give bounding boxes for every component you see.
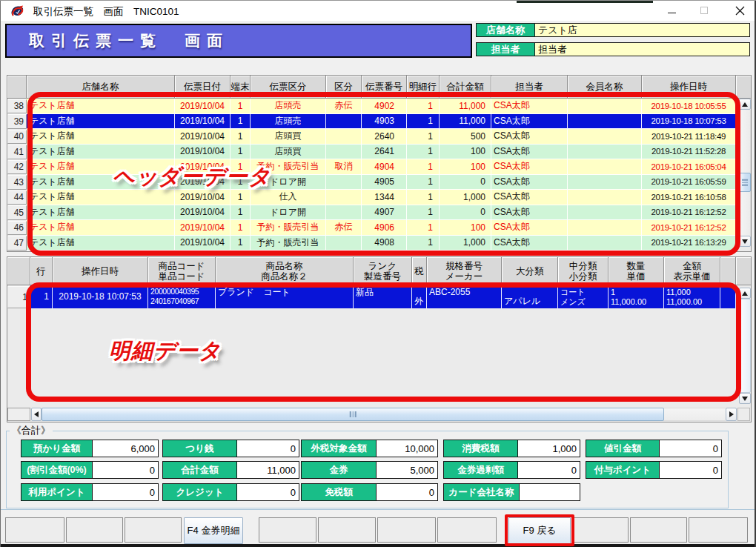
header-grid-row[interactable]: 40 テスト店舗 2019/10/04 1 店頭買 2640 1 500 CSA… — [7, 129, 736, 145]
function-key-slot[interactable] — [125, 517, 182, 543]
column-header-operation-datetime[interactable]: 操作日時 — [642, 76, 736, 99]
cell-staff[interactable]: CSA太郎 — [491, 236, 568, 251]
close-button[interactable] — [727, 1, 752, 20]
column-header-slip-date[interactable]: 伝票日付 — [175, 76, 231, 99]
detail-grid-scroll-right-button[interactable] — [726, 408, 737, 421]
column-header-staff[interactable]: 担当者 — [491, 76, 568, 99]
column-header-quantity[interactable]: 数量 単価 — [609, 257, 664, 285]
column-header-amount[interactable]: 金額 表示単価 — [664, 257, 720, 285]
cell-staff[interactable]: CSA太郎 — [491, 175, 568, 190]
column-header-total-amount[interactable]: 合計金額 — [440, 76, 491, 99]
cell-amount-display-price[interactable]: 11,000 11,000.00 — [664, 285, 720, 308]
header-grid-scroll-down-button[interactable] — [739, 236, 751, 247]
header-grid-row[interactable]: 41 テスト店舗 2019/10/04 1 店頭買 2641 1 100 CSA… — [7, 145, 736, 160]
cell-category[interactable] — [326, 190, 362, 205]
column-header-mid-category[interactable]: 中分類 小分類 — [558, 257, 609, 285]
cell-operation-datetime[interactable]: 2019-10-18 10:07:53 — [642, 114, 736, 130]
row-number[interactable]: 1 — [7, 286, 30, 308]
cell-operation-datetime[interactable]: 2019-10-21 11:52:28 — [642, 145, 736, 160]
cell-mid-small-category[interactable]: コート メンズ — [558, 285, 609, 308]
cell-total-amount[interactable]: 100 — [440, 220, 491, 236]
cell-category[interactable] — [326, 175, 362, 190]
function-key-slot[interactable] — [573, 517, 629, 543]
cell-total-amount[interactable]: 100 — [440, 159, 491, 175]
cell-terminal[interactable]: 1 — [231, 99, 251, 114]
column-header-store-name[interactable]: 店舗名称 — [27, 76, 175, 99]
cell-store-name[interactable]: テスト店舗 — [27, 145, 175, 160]
cell-slip-number[interactable]: 4907 — [362, 205, 407, 221]
cell-terminal[interactable]: 1 — [231, 175, 251, 190]
cell-staff[interactable]: CSA太郎 — [491, 129, 568, 145]
function-key-slot[interactable] — [630, 517, 687, 543]
cell-store-name[interactable]: テスト店舗 — [27, 190, 175, 205]
totals-field-value[interactable]: 0 — [518, 461, 580, 479]
totals-field-value[interactable]: 6,000 — [93, 440, 159, 457]
cell-staff[interactable]: CSA太郎 — [491, 190, 568, 205]
cell-terminal[interactable]: 1 — [231, 190, 251, 205]
row-number[interactable]: 40 — [7, 130, 27, 145]
cell-slip-type[interactable]: 店頭買 — [251, 145, 326, 160]
function-key-slot[interactable] — [259, 517, 316, 543]
cell-operation-datetime[interactable]: 2019-10-21 16:13:29 — [642, 236, 736, 251]
cell-category[interactable]: 赤伝 — [326, 99, 362, 114]
cell-total-amount[interactable]: 11,000 — [440, 114, 491, 130]
column-header-line[interactable]: 行 — [30, 257, 53, 285]
header-grid-row[interactable]: 39 テスト店舗 2019/10/04 1 店頭売 4903 1 11,000 … — [7, 114, 736, 130]
cell-product-name[interactable]: ブランド コート — [216, 285, 354, 308]
cell-detail-lines[interactable]: 1 — [407, 175, 440, 190]
cell-slip-number[interactable]: 4904 — [362, 159, 407, 175]
cell-slip-date[interactable]: 2019/10/04 — [175, 114, 231, 130]
cell-detail-lines[interactable]: 1 — [407, 129, 440, 145]
detail-grid-scroll-left-button[interactable] — [31, 408, 42, 421]
cell-slip-date[interactable]: 2019/10/04 — [175, 159, 231, 175]
minimize-button[interactable] — [659, 1, 684, 20]
detail-grid-scroll-up-button[interactable] — [739, 288, 751, 299]
header-grid-scroll-up-button[interactable] — [739, 99, 751, 110]
column-header-member-name[interactable]: 会員名称 — [568, 76, 642, 99]
header-grid-row[interactable]: 43 テスト店舗 2019/10/04 1 ドロア開 4905 1 0 CSA太… — [7, 175, 736, 190]
cell-category[interactable]: 赤伝 — [326, 220, 362, 236]
cell-operation-datetime[interactable]: 2019-10-18 10:05:55 — [642, 99, 736, 114]
cell-slip-number[interactable]: 4908 — [362, 236, 407, 251]
row-number[interactable]: 43 — [7, 175, 27, 190]
cell-member-name[interactable] — [568, 145, 642, 160]
header-grid-scroll-thumb[interactable] — [739, 173, 751, 192]
cell-category[interactable]: 取消 — [326, 159, 362, 175]
header-grid-row[interactable]: 45 テスト店舗 2019/10/04 1 ドロア開 4907 1 0 CSA太… — [7, 205, 736, 221]
function-key-slot[interactable] — [318, 517, 376, 543]
cell-slip-type[interactable]: 予約・販売引当 — [251, 159, 326, 175]
totals-field-value[interactable]: 0 — [237, 440, 299, 457]
row-number[interactable]: 39 — [7, 114, 27, 129]
cell-member-name[interactable] — [568, 236, 642, 251]
cell-operation-datetime[interactable]: 2019-10-21 16:05:04 — [642, 159, 736, 175]
cell-terminal[interactable]: 1 — [231, 145, 251, 160]
cell-member-name[interactable] — [568, 220, 642, 236]
function-key-slot[interactable] — [689, 517, 748, 543]
cell-slip-type[interactable]: ドロア開 — [251, 205, 326, 221]
detail-grid-hscroll-thumb[interactable] — [42, 408, 664, 421]
column-header-slip-number[interactable]: 伝票番号 — [362, 76, 407, 99]
cell-category[interactable] — [326, 236, 362, 251]
cell-total-amount[interactable]: 0 — [440, 205, 491, 221]
cell-staff[interactable]: CSA太郎 — [491, 99, 568, 114]
totals-field-value[interactable]: 0 — [237, 483, 299, 501]
row-number[interactable]: 46 — [7, 221, 27, 236]
cell-store-name[interactable]: テスト店舗 — [27, 175, 175, 190]
cell-slip-type[interactable]: ドロア開 — [251, 175, 326, 190]
cell-slip-type[interactable]: 店頭買 — [251, 129, 326, 145]
cell-slip-number[interactable]: 4906 — [362, 220, 407, 236]
header-grid-row[interactable]: 38 テスト店舗 2019/10/04 1 店頭売 赤伝 4902 1 11,0… — [7, 99, 736, 114]
totals-field-value[interactable]: 1,000 — [518, 440, 580, 457]
cell-operation-datetime[interactable]: 2019-10-18 10:07:53 — [53, 285, 148, 308]
cell-detail-lines[interactable]: 1 — [407, 99, 440, 114]
header-grid-row[interactable]: 46 テスト店舗 2019/10/04 1 予約・販売引当 赤伝 4906 1 … — [7, 220, 736, 236]
header-grid-row[interactable]: 44 テスト店舗 2019/10/04 1 仕入 1344 1 1,000 CS… — [7, 190, 736, 205]
cell-detail-lines[interactable]: 1 — [407, 159, 440, 175]
cell-spec-number[interactable]: ABC-2055 — [427, 285, 502, 308]
detail-grid-row[interactable]: 1 1 2019-10-18 10:07:53 200000040395 240… — [7, 285, 736, 308]
cell-store-name[interactable]: テスト店舗 — [27, 205, 175, 221]
totals-field-value[interactable]: 10,000 — [377, 440, 438, 457]
row-number[interactable]: 44 — [7, 190, 27, 205]
cell-slip-date[interactable]: 2019/10/04 — [175, 99, 231, 114]
cell-store-name[interactable]: テスト店舗 — [27, 114, 175, 130]
